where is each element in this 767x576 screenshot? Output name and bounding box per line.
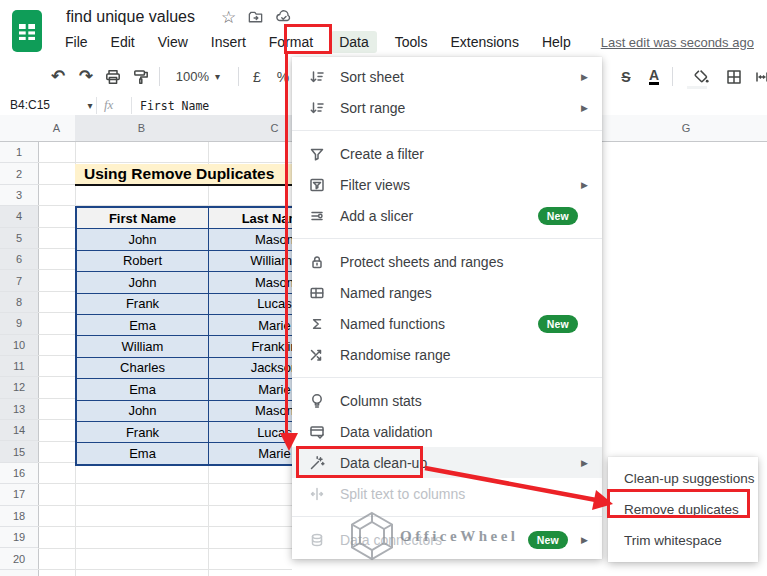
cell[interactable]: Ema: [76, 443, 209, 465]
named-ranges-icon: [308, 284, 326, 302]
menu-item-named-ranges[interactable]: Named ranges: [292, 277, 602, 308]
row-number[interactable]: 16: [0, 463, 38, 484]
menu-item-create-a-filter[interactable]: Create a filter: [292, 138, 602, 169]
row-number[interactable]: 13: [0, 399, 38, 420]
menu-extensions[interactable]: Extensions: [445, 31, 523, 53]
zoom-control[interactable]: 100%: [167, 57, 229, 96]
row-number[interactable]: 5: [0, 228, 38, 249]
formula-input[interactable]: First Name: [140, 99, 209, 113]
cell[interactable]: Robert: [76, 250, 209, 271]
row-number[interactable]: 12: [0, 377, 38, 398]
google-sheets-window: find unique values File Edit View Insert…: [0, 0, 767, 576]
menu-item-protect-sheets-and-ranges[interactable]: Protect sheets and ranges: [292, 246, 602, 277]
cell[interactable]: William: [76, 336, 209, 357]
menu-insert[interactable]: Insert: [206, 31, 251, 53]
cell[interactable]: Frank: [76, 421, 209, 442]
menu-item-label: Data validation: [340, 424, 588, 440]
zoom-value: 100%: [176, 69, 209, 84]
new-badge: New: [528, 531, 568, 549]
row-number[interactable]: 8: [0, 292, 38, 313]
menu-item-column-stats[interactable]: Column stats: [292, 385, 602, 416]
menu-item-label: Randomise range: [340, 347, 588, 363]
row-number[interactable]: 21: [0, 570, 38, 576]
cell[interactable]: Ema: [76, 314, 209, 335]
row-number[interactable]: 20: [0, 548, 38, 569]
row-number[interactable]: 18: [0, 506, 38, 527]
menu-item-sort-range[interactable]: Sort range ▶: [292, 92, 602, 123]
text-color-icon[interactable]: A: [642, 57, 666, 96]
menu-item-add-a-slicer[interactable]: Add a slicer New: [292, 200, 602, 231]
currency-format-button[interactable]: £: [246, 57, 268, 96]
row-number[interactable]: 10: [0, 335, 38, 356]
menu-item-sort-sheet[interactable]: Sort sheet ▶: [292, 61, 602, 92]
row-number[interactable]: 15: [0, 441, 38, 462]
row-number[interactable]: 3: [0, 185, 38, 206]
move-to-folder-icon[interactable]: [247, 9, 264, 26]
column-header-b[interactable]: B: [75, 115, 209, 142]
menu-item-label: Data connectors: [340, 532, 528, 548]
split-columns-icon: [308, 485, 326, 503]
strikethrough-icon[interactable]: S: [614, 57, 638, 96]
menu-item-named-functions[interactable]: Named functions New: [292, 308, 602, 339]
select-all-corner[interactable]: [0, 115, 39, 142]
redo-icon[interactable]: [74, 57, 98, 96]
row-number[interactable]: 14: [0, 420, 38, 441]
row-number[interactable]: 19: [0, 527, 38, 548]
slicer-icon: [308, 207, 326, 225]
menu-file[interactable]: File: [60, 31, 93, 53]
row-number[interactable]: 1: [0, 142, 38, 163]
menu-item-label: Sort range: [340, 100, 578, 116]
menu-help[interactable]: Help: [537, 31, 576, 53]
new-badge: New: [538, 315, 578, 333]
cell[interactable]: Frank: [76, 293, 209, 314]
fill-color-swatch: [687, 86, 707, 89]
row-number[interactable]: 17: [0, 484, 38, 505]
borders-icon[interactable]: [722, 57, 746, 96]
menu-item-label: Create a filter: [340, 146, 588, 162]
menu-view[interactable]: View: [153, 31, 193, 53]
menu-item-data-validation[interactable]: Data validation: [292, 416, 602, 447]
menu-edit[interactable]: Edit: [106, 31, 140, 53]
menu-item-label: Filter views: [340, 177, 578, 193]
row-number[interactable]: 6: [0, 249, 38, 270]
cell[interactable]: John: [76, 272, 209, 293]
row-number[interactable]: 9: [0, 313, 38, 334]
menu-item-filter-views[interactable]: Filter views ▶: [292, 169, 602, 200]
submenu-arrow-icon: ▶: [578, 72, 588, 82]
menu-separator: [292, 130, 602, 131]
document-title[interactable]: find unique values: [66, 8, 195, 26]
name-box[interactable]: B4:C15: [10, 98, 50, 112]
menu-item-label: Named ranges: [340, 285, 588, 301]
menu-tools[interactable]: Tools: [390, 31, 433, 53]
star-icon[interactable]: [221, 7, 236, 28]
merge-cells-icon[interactable]: [750, 57, 767, 96]
row-gutter: 1 2 3 4 5 6 7 8 9 10 11 12 13 14 15 16 1…: [0, 142, 39, 576]
cell[interactable]: Ema: [76, 379, 209, 400]
fill-color-icon[interactable]: [689, 57, 713, 96]
name-box-caret-icon[interactable]: [80, 97, 94, 114]
lightbulb-icon: [308, 392, 326, 410]
percent-format-button[interactable]: %: [272, 57, 294, 96]
last-edit-status[interactable]: Last edit was seconds ago: [601, 35, 754, 50]
table-header-first-name[interactable]: First Name: [76, 207, 209, 229]
data-validation-icon: [308, 423, 326, 441]
menu-data[interactable]: Data: [331, 31, 377, 53]
menu-separator: [292, 238, 602, 239]
column-header-f-partial[interactable]: [602, 115, 636, 142]
submenu-item-trim-whitespace[interactable]: Trim whitespace: [608, 525, 758, 556]
menu-item-randomise-range[interactable]: Randomise range: [292, 339, 602, 370]
column-header-a[interactable]: A: [38, 115, 76, 142]
row-number[interactable]: 11: [0, 356, 38, 377]
paint-format-icon[interactable]: [129, 57, 153, 96]
cell[interactable]: John: [76, 229, 209, 250]
column-header-h-partial[interactable]: [737, 115, 767, 142]
cell[interactable]: Charles: [76, 357, 209, 378]
row-number[interactable]: 2: [0, 163, 38, 184]
column-header-g[interactable]: G: [635, 115, 738, 142]
print-icon[interactable]: [101, 57, 125, 96]
row-number[interactable]: 7: [0, 270, 38, 291]
row-number[interactable]: 4: [0, 206, 38, 227]
cell[interactable]: John: [76, 400, 209, 421]
undo-icon[interactable]: [46, 57, 70, 96]
sheets-logo: [11, 9, 43, 53]
